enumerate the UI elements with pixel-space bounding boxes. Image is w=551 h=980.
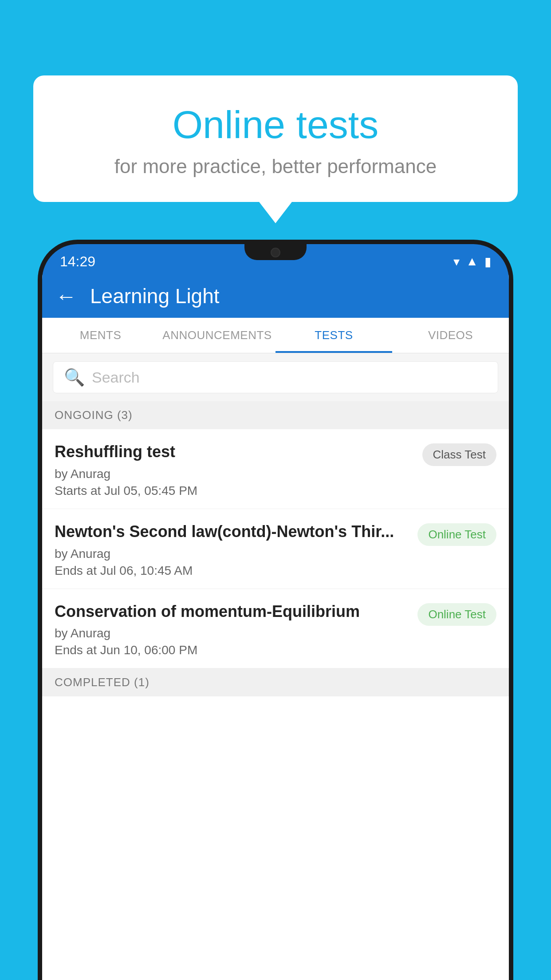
search-bar[interactable]: 🔍 Search (53, 361, 498, 393)
test-date: Ends at Jul 06, 10:45 AM (55, 564, 409, 578)
app-title: Learning Light (90, 284, 220, 308)
battery-icon: ▮ (484, 254, 491, 269)
test-author: by Anurag (55, 626, 409, 640)
bubble-title: Online tests (55, 102, 496, 147)
completed-section-header: COMPLETED (1) (42, 668, 509, 696)
wifi-icon: ▾ (453, 254, 460, 269)
phone-frame: 14:29 ▾ ▲ ▮ ← Learning Light MENTS ANNOU… (38, 240, 513, 980)
tab-ments[interactable]: MENTS (42, 318, 159, 353)
phone-notch (244, 244, 307, 260)
test-author: by Anurag (55, 467, 413, 481)
camera (271, 248, 280, 257)
test-title: Reshuffling test (55, 442, 413, 462)
completed-label: COMPLETED (1) (55, 676, 150, 689)
app-header: ← Learning Light (42, 274, 509, 318)
test-info: Newton's Second law(contd)-Newton's Thir… (55, 522, 417, 578)
tab-announcements[interactable]: ANNOUNCEMENTS (159, 318, 276, 353)
class-test-badge: Class Test (422, 443, 496, 466)
test-title: Newton's Second law(contd)-Newton's Thir… (55, 522, 409, 542)
test-date: Starts at Jul 05, 05:45 PM (55, 484, 413, 498)
test-title: Conservation of momentum-Equilibrium (55, 601, 409, 622)
search-icon: 🔍 (64, 368, 85, 387)
back-button[interactable]: ← (55, 284, 77, 308)
status-time: 14:29 (60, 253, 95, 270)
phone-screen: ← Learning Light MENTS ANNOUNCEMENTS TES… (42, 274, 509, 980)
test-item[interactable]: Conservation of momentum-Equilibrium by … (42, 589, 509, 669)
test-item[interactable]: Reshuffling test by Anurag Starts at Jul… (42, 429, 509, 509)
bubble-subtitle: for more practice, better performance (55, 155, 496, 178)
ongoing-section-header: ONGOING (3) (42, 401, 509, 429)
test-item[interactable]: Newton's Second law(contd)-Newton's Thir… (42, 509, 509, 589)
phone-inner: 14:29 ▾ ▲ ▮ ← Learning Light MENTS ANNOU… (42, 244, 509, 980)
online-test-badge: Online Test (417, 523, 496, 546)
speech-bubble-container: Online tests for more practice, better p… (33, 75, 518, 202)
test-date: Ends at Jun 10, 06:00 PM (55, 643, 409, 657)
online-test-badge: Online Test (417, 603, 496, 626)
tab-tests[interactable]: TESTS (276, 318, 392, 353)
test-info: Conservation of momentum-Equilibrium by … (55, 601, 417, 658)
search-input[interactable]: Search (92, 369, 140, 386)
ongoing-label: ONGOING (3) (55, 408, 133, 422)
status-icons: ▾ ▲ ▮ (453, 254, 491, 269)
search-container: 🔍 Search (42, 353, 509, 401)
signal-icon: ▲ (466, 254, 478, 269)
test-author: by Anurag (55, 547, 409, 561)
test-info: Reshuffling test by Anurag Starts at Jul… (55, 442, 422, 498)
tabs-bar: MENTS ANNOUNCEMENTS TESTS VIDEOS (42, 318, 509, 353)
speech-bubble: Online tests for more practice, better p… (33, 75, 518, 202)
tab-videos[interactable]: VIDEOS (392, 318, 509, 353)
